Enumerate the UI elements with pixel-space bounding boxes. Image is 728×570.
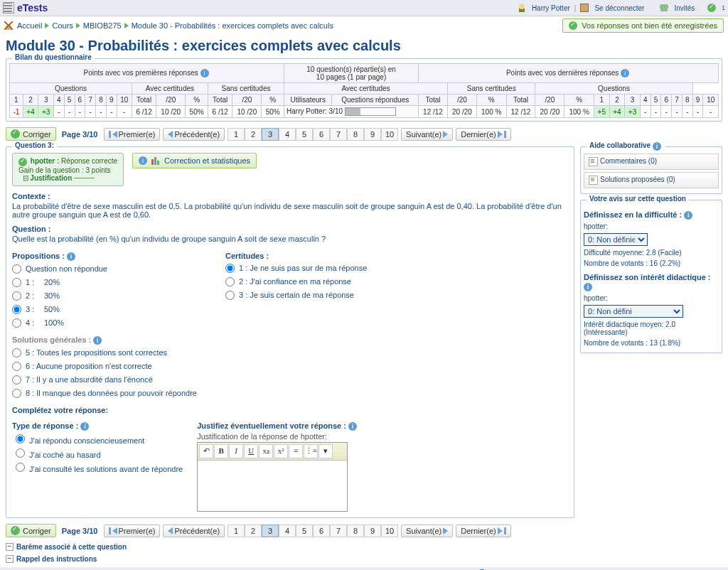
editor-underline[interactable]: U	[244, 444, 258, 458]
next-page-button[interactable]: Suivant(e)	[401, 525, 453, 537]
guests-link[interactable]: Invités	[674, 4, 695, 12]
comments-button[interactable]: Commentaires (0)	[584, 154, 719, 170]
page-1[interactable]: 1	[228, 525, 245, 537]
type-1-radio[interactable]	[16, 434, 25, 443]
info-icon[interactable]	[584, 283, 592, 291]
justification-editor: ↶ B I U x₂ x² ≡ ⋮≡ ▾	[197, 442, 348, 512]
cert-2-radio[interactable]	[225, 277, 235, 286]
page-5[interactable]: 5	[296, 525, 313, 537]
difficulty-select[interactable]: 0: Non définie	[584, 233, 648, 246]
breadcrumb: Accueil Cours MBIOB275 Module 30 - Proba…	[0, 16, 728, 35]
logout-link[interactable]: Se déconnecter	[594, 4, 644, 12]
editor-bold[interactable]: B	[214, 444, 228, 458]
editor-ul[interactable]: ⋮≡	[304, 444, 318, 458]
info-icon[interactable]	[621, 69, 629, 77]
justification-textarea[interactable]	[198, 460, 347, 510]
info-icon[interactable]	[80, 422, 89, 431]
page-1[interactable]: 1	[228, 128, 245, 141]
question-panel: Question 3: hpotter : Réponse correcte G…	[6, 146, 574, 518]
general-solutions-heading: Solutions générales :	[12, 335, 91, 344]
next-page-button[interactable]: Suivant(e)	[401, 128, 453, 141]
interest-select[interactable]: 0: Non défini	[584, 305, 683, 318]
page-8[interactable]: 8	[347, 525, 364, 537]
cert-1-radio[interactable]	[225, 264, 235, 273]
first-page-button[interactable]: Premier(e)	[104, 525, 161, 537]
without-cert-header: Sans certitudes	[208, 83, 284, 95]
info-icon[interactable]	[67, 252, 75, 261]
stats-button[interactable]: Correction et statistiques	[132, 153, 257, 168]
crumb-course-code[interactable]: MBIOB275	[83, 21, 122, 30]
opinion-panel: Votre avis sur cette question Définissez…	[580, 200, 722, 353]
page-7[interactable]: 7	[330, 128, 347, 141]
editor-italic[interactable]: I	[229, 444, 243, 458]
page-6[interactable]: 6	[313, 128, 330, 141]
prop-0-radio[interactable]	[12, 264, 21, 274]
page-2[interactable]: 2	[245, 128, 262, 141]
sol-7-radio[interactable]	[12, 375, 21, 385]
prop-1-radio[interactable]	[12, 278, 21, 287]
crumb-home[interactable]: Accueil	[17, 21, 42, 30]
page-9[interactable]: 9	[364, 128, 381, 141]
last-points-header: Points avec vos dernières réponses	[506, 69, 619, 77]
last-page-button[interactable]: Dernier(e)	[456, 128, 511, 141]
page-2[interactable]: 2	[245, 525, 262, 537]
page-3[interactable]: 3	[262, 525, 279, 537]
page-10[interactable]: 10	[381, 128, 398, 141]
instructions-expander[interactable]: −Rappel des instructions	[6, 555, 722, 563]
editor-undo[interactable]: ↶	[199, 444, 213, 458]
first-points-header: Points avec vos premières réponses	[84, 69, 198, 77]
user-link[interactable]: Harry Potter	[532, 4, 570, 12]
questions-header: Questions	[535, 83, 692, 95]
info-icon[interactable]	[684, 211, 692, 220]
chart-icon	[151, 156, 160, 165]
difficulty-count: Nombre de votants : 16 (2.2%)	[584, 259, 719, 267]
propositions-heading: Propositions :	[12, 252, 65, 260]
sol-6-radio[interactable]	[12, 362, 21, 371]
correct-button[interactable]: Corriger	[6, 127, 56, 141]
general-solutions-list: 5 : Toutes les propositions sont correct…	[12, 346, 197, 400]
solutions-button[interactable]: Solutions proposées (0)	[584, 172, 719, 188]
type-2-radio[interactable]	[16, 448, 25, 458]
prop-2-radio[interactable]	[12, 291, 21, 301]
page-4[interactable]: 4	[279, 525, 296, 537]
page-7[interactable]: 7	[330, 525, 347, 537]
bareme-expander[interactable]: −Barême associé à cette question	[6, 543, 722, 551]
prop-4-radio[interactable]	[12, 318, 21, 328]
difficulty-avg: Difficulté moyenne: 2.8 (Facile)	[584, 249, 719, 257]
editor-more[interactable]: ▾	[318, 444, 333, 458]
info-icon[interactable]	[348, 422, 357, 431]
page-5[interactable]: 5	[296, 128, 313, 141]
opinion-legend: Votre avis sur cette question	[587, 195, 689, 203]
status-ok-icon	[707, 4, 716, 12]
info-icon[interactable]	[93, 336, 102, 345]
editor-sup[interactable]: x²	[274, 444, 288, 458]
first-page-button[interactable]: Premier(e)	[104, 128, 161, 141]
page-9[interactable]: 9	[364, 525, 381, 537]
last-page-button[interactable]: Dernier(e)	[456, 525, 511, 537]
info-icon[interactable]	[653, 142, 661, 151]
prev-page-button[interactable]: Précédent(e)	[163, 128, 225, 141]
page-10[interactable]: 10	[381, 525, 398, 537]
page-8[interactable]: 8	[347, 128, 364, 141]
page-4[interactable]: 4	[279, 128, 296, 141]
justify-subtext: Justification de la réponse de hpotter:	[197, 432, 358, 441]
score-summary: Bilan du questionnaire Points avec vos p…	[6, 58, 722, 122]
sol-5-radio[interactable]	[12, 348, 21, 357]
check-icon	[18, 158, 27, 166]
question-legend: Question 3:	[12, 141, 57, 149]
editor-sub[interactable]: x₂	[259, 444, 273, 458]
page-6[interactable]: 6	[313, 525, 330, 537]
prop-3-radio[interactable]	[12, 305, 21, 314]
crumb-cours[interactable]: Cours	[52, 21, 73, 30]
sol-8-radio[interactable]	[12, 389, 21, 398]
cert-3-radio[interactable]	[225, 291, 235, 300]
info-icon[interactable]	[200, 69, 209, 77]
prev-page-button[interactable]: Précédent(e)	[163, 525, 225, 537]
app-logo[interactable]: eTests	[3, 2, 48, 14]
crumb-module[interactable]: Module 30 - Probabilités : exercices com…	[132, 21, 333, 30]
page-3[interactable]: 3	[262, 128, 279, 141]
editor-ol[interactable]: ≡	[289, 444, 303, 458]
correct-button[interactable]: Corriger	[6, 524, 56, 537]
difficulty-heading: Définissez en la difficulté :	[584, 210, 682, 219]
type-3-radio[interactable]	[16, 463, 25, 472]
